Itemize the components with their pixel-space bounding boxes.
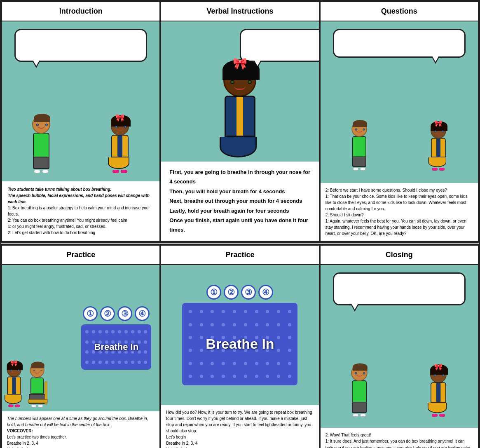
cl-girl-head: 🎀 xyxy=(430,366,447,383)
verbal-line3: Next, breathe out through your mouth for… xyxy=(169,196,310,206)
dot xyxy=(222,323,225,326)
closing-speech-bubble xyxy=(333,272,466,305)
verbal-speech-bubble xyxy=(240,29,318,62)
dot xyxy=(118,330,121,333)
dot xyxy=(200,310,203,313)
p1-text1: Let's practice two times together. xyxy=(7,434,155,440)
practice2-text: How did you do? Now, it is your turn to … xyxy=(161,405,318,448)
girl-right-foot xyxy=(121,170,127,173)
dot xyxy=(244,362,247,365)
cl-text2: 1: It sure does! And just remember, you … xyxy=(325,438,473,448)
dot xyxy=(255,375,258,378)
dot xyxy=(222,375,225,378)
dot xyxy=(211,323,214,326)
p2-num-3: ③ xyxy=(241,285,256,300)
cl-girl-skirt xyxy=(428,403,447,413)
dot xyxy=(200,375,203,378)
dot xyxy=(288,349,291,352)
cl-boy-legs xyxy=(352,403,367,413)
q-girl-bow-icon: 🎀 xyxy=(434,120,442,127)
dot xyxy=(222,310,225,313)
girl-right-eye xyxy=(124,126,126,128)
dot xyxy=(189,349,192,352)
dot xyxy=(288,375,291,378)
dot xyxy=(189,362,192,365)
dot xyxy=(277,310,280,313)
girl-bow-icon: 🎀 xyxy=(115,113,124,122)
practice2-scene: ① ② ③ ④ Breathe In xyxy=(161,265,318,405)
dot xyxy=(105,330,108,333)
q-boy-hair xyxy=(353,120,367,127)
num-3: ③ xyxy=(117,306,132,321)
dot xyxy=(189,336,192,339)
cl-boy-hair xyxy=(353,363,368,371)
p1-boy-feet xyxy=(31,404,43,407)
dot xyxy=(111,361,115,364)
p2-text3: Breathe in 2, 3, 4 xyxy=(166,440,314,446)
girl-mouth xyxy=(116,127,124,131)
intro-header: Introduction xyxy=(2,2,159,21)
practice1-cell: Practice ① ② ③ ④ Breathe In xyxy=(1,245,160,448)
big-girl-bow-icon: 🎀 xyxy=(233,57,247,70)
dot xyxy=(266,323,269,326)
p2-num-1: ① xyxy=(206,285,221,300)
cl-boy-head xyxy=(351,365,368,381)
p1-girl-head: 🎀 xyxy=(7,363,21,377)
number-circles-2: ① ② ③ ④ xyxy=(206,285,273,300)
q-text-1: 2: Before we start I have some questions… xyxy=(325,187,473,193)
q-boy-head xyxy=(352,121,367,136)
dot xyxy=(255,323,258,326)
girl-character: 🎀 xyxy=(110,117,129,173)
intro-text-line4: 2: You can do box breathing anytime! You… xyxy=(8,217,154,223)
p1-seated-boy xyxy=(29,363,45,407)
dot xyxy=(288,323,291,326)
girl-feet xyxy=(112,170,127,173)
closing-text: 2: Wow! That feels great! 1: It sure doe… xyxy=(321,428,478,448)
questions-header: Questions xyxy=(321,2,478,21)
practice2-cell: Practice ① ② ③ ④ xyxy=(160,245,319,448)
q-girl-right-foot xyxy=(439,168,445,171)
intro-cell: Introduction xyxy=(1,1,160,242)
dot xyxy=(255,362,258,365)
boy-head xyxy=(32,115,50,134)
big-girl-mouth xyxy=(234,86,246,90)
p1-girl-bow: 🎀 xyxy=(10,359,18,367)
dot xyxy=(200,323,203,326)
p2-text1: How did you do? Now, it is your turn to … xyxy=(166,409,314,434)
cl-boy-right-eye xyxy=(363,372,365,374)
verbal-line4: Lastly, hold your breath again for four … xyxy=(169,206,310,216)
p1-girl-skirt xyxy=(5,394,22,403)
boy-right-eye xyxy=(45,124,48,126)
q-girl-body xyxy=(431,138,446,157)
boy-mouth xyxy=(37,125,45,129)
p2-num-4: ④ xyxy=(258,285,273,300)
boy-right-foot xyxy=(42,170,49,173)
cl-boy-left-foot xyxy=(353,414,358,417)
dot xyxy=(111,330,115,333)
intro-scene: 🎀 xyxy=(2,21,159,181)
p1-girl-right-foot xyxy=(14,404,20,407)
dot xyxy=(118,361,121,364)
verbal-text: First, you are going to breathe in throu… xyxy=(161,162,318,241)
num-4: ④ xyxy=(135,306,150,321)
closing-characters: 🎀 xyxy=(321,341,478,424)
p2-num-2: ② xyxy=(224,285,239,300)
closing-girl: 🎀 xyxy=(430,366,447,417)
questions-scene: 🎀 xyxy=(321,21,478,183)
dot xyxy=(131,330,134,333)
p1-voiceover: VOICEOVER: xyxy=(7,428,155,434)
p1-boy-left-eye-closed xyxy=(33,370,35,371)
dot xyxy=(233,375,236,378)
practice1-box-area: ① ② ③ ④ Breathe In xyxy=(81,306,151,370)
q-text-3: 2: Should I sit down? xyxy=(325,212,473,218)
dot xyxy=(131,361,134,364)
p2-text4: Hold 2, 3, 4 xyxy=(166,446,314,448)
closing-cell: Closing xyxy=(320,245,479,448)
cl-girl-mouth xyxy=(435,375,442,378)
dot xyxy=(85,361,89,364)
dot xyxy=(144,330,147,333)
p1-girl-body xyxy=(7,376,21,394)
dot xyxy=(288,336,291,339)
dot xyxy=(277,362,280,365)
dot xyxy=(244,323,247,326)
